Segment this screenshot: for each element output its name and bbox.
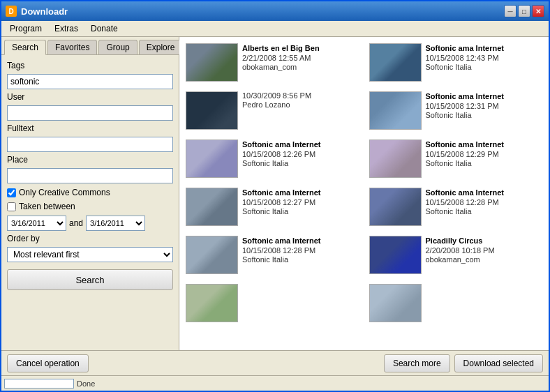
search-more-button[interactable]: Search more xyxy=(384,354,450,372)
tags-label: Tags xyxy=(7,61,173,70)
photo-date: 10/15/2008 12:29 PM xyxy=(426,150,504,158)
taken-between-checkbox[interactable] xyxy=(7,202,16,211)
photo-info: Alberts en el Big Ben2/21/2008 12:55 AMo… xyxy=(242,43,320,71)
photo-thumbnail xyxy=(369,236,422,274)
maximize-button[interactable]: □ xyxy=(518,5,530,17)
photo-item[interactable] xyxy=(366,280,547,326)
photo-thumbnail xyxy=(369,43,422,82)
date-from-input[interactable]: 3/16/2011 xyxy=(7,216,66,231)
photo-title: Alberts en el Big Ben xyxy=(242,43,320,53)
photo-thumbnail xyxy=(186,43,238,82)
fulltext-label: Fulltext xyxy=(7,123,173,133)
photo-author: Softonic Italia xyxy=(242,255,320,264)
photo-author: obokaman_com xyxy=(242,63,320,71)
and-label: and xyxy=(69,218,83,228)
main-window: D Downloadr ─ □ ✕ Program Extras Donate … xyxy=(0,0,550,392)
photo-date: 10/15/2008 12:28 PM xyxy=(426,198,504,206)
photo-title: Softonic ama Internet xyxy=(426,188,504,197)
photo-item[interactable]: 10/30/2009 8:56 PMPedro Lozano xyxy=(182,88,363,133)
photo-author: Softonic Italia xyxy=(242,207,320,216)
photo-item[interactable]: Softonic ama Internet10/15/2008 12:28 PM… xyxy=(182,232,363,278)
tags-input[interactable] xyxy=(7,74,173,89)
date-to-input[interactable]: 3/16/2011 xyxy=(86,216,145,231)
photo-info: Softonic ama Internet10/15/2008 12:28 PM… xyxy=(242,236,320,264)
photo-item[interactable]: Softonic ama Internet10/15/2008 12:26 PM… xyxy=(182,136,363,181)
photo-info: Softonic ama Internet10/15/2008 12:31 PM… xyxy=(426,91,504,119)
taken-between-label: Taken between xyxy=(19,202,75,211)
photo-info: Softonic ama Internet10/15/2008 12:27 PM… xyxy=(242,188,320,216)
menu-bar: Program Extras Donate xyxy=(1,21,549,37)
place-input[interactable] xyxy=(7,168,173,183)
user-input[interactable] xyxy=(7,105,173,121)
status-bar: Done xyxy=(1,375,549,391)
photo-info: Softonic ama Internet10/15/2008 12:28 PM… xyxy=(426,188,504,216)
photo-title: Softonic ama Internet xyxy=(426,43,504,53)
photo-item[interactable]: Softonic ama Internet10/15/2008 12:28 PM… xyxy=(366,184,547,229)
photo-thumbnail xyxy=(186,236,238,274)
minimize-button[interactable]: ─ xyxy=(504,5,516,17)
photo-date: 2/20/2008 10:18 PM xyxy=(426,246,495,255)
status-text: Done xyxy=(77,379,95,388)
photo-item[interactable]: Softonic ama Internet10/15/2008 12:29 PM… xyxy=(366,136,547,181)
tab-explore[interactable]: Explore xyxy=(139,40,183,54)
window-controls: ─ □ ✕ xyxy=(504,5,544,17)
photo-item[interactable]: Softonic ama Internet10/15/2008 12:27 PM… xyxy=(182,184,363,229)
photo-info: Softonic ama Internet10/15/2008 12:29 PM… xyxy=(426,140,504,167)
window-title: Downloadr xyxy=(21,6,504,17)
photo-item[interactable] xyxy=(182,280,363,326)
photo-item[interactable]: Picadilly Circus2/20/2008 10:18 PMobokam… xyxy=(366,232,547,278)
close-button[interactable]: ✕ xyxy=(532,5,544,17)
fulltext-input[interactable] xyxy=(7,137,173,152)
photo-thumbnail xyxy=(186,188,238,226)
app-icon-letter: D xyxy=(8,8,13,15)
right-panel: Alberts en el Big Ben2/21/2008 12:55 AMo… xyxy=(179,37,549,350)
photo-info: Softonic ama Internet10/15/2008 12:26 PM… xyxy=(242,140,320,167)
tab-search[interactable]: Search xyxy=(4,40,46,55)
download-selected-button[interactable]: Download selected xyxy=(454,354,543,372)
photo-info: Picadilly Circus2/20/2008 10:18 PMobokam… xyxy=(426,236,495,264)
photo-date: 10/15/2008 12:31 PM xyxy=(426,102,504,110)
photo-thumbnail xyxy=(369,91,422,130)
photo-item[interactable]: Alberts en el Big Ben2/21/2008 12:55 AMo… xyxy=(182,40,363,85)
photo-title: Softonic ama Internet xyxy=(426,91,504,101)
title-bar: D Downloadr ─ □ ✕ xyxy=(1,1,549,21)
photo-item[interactable]: Softonic ama Internet10/15/2008 12:31 PM… xyxy=(366,88,547,133)
photo-thumbnail xyxy=(369,284,422,322)
photo-date: 2/21/2008 12:55 AM xyxy=(242,54,320,62)
photo-date: 10/15/2008 12:27 PM xyxy=(242,198,320,206)
only-cc-checkbox[interactable] xyxy=(7,188,16,197)
photo-author: Softonic Italia xyxy=(426,207,504,216)
photo-info: 10/30/2009 8:56 PMPedro Lozano xyxy=(242,91,311,109)
photo-title: Softonic ama Internet xyxy=(242,188,320,197)
bottom-right-buttons: Search more Download selected xyxy=(384,354,543,372)
photo-grid-container[interactable]: Alberts en el Big Ben2/21/2008 12:55 AMo… xyxy=(179,37,549,350)
main-content: Search Favorites Group Explore Set Tags … xyxy=(1,37,549,350)
photo-author: Pedro Lozano xyxy=(242,100,311,109)
tab-favorites[interactable]: Favorites xyxy=(47,40,97,54)
photo-info: Softonic ama Internet10/15/2008 12:43 PM… xyxy=(426,43,504,71)
tab-bar: Search Favorites Group Explore Set xyxy=(1,37,179,55)
order-select[interactable]: Most relevant first Most recent first Mo… xyxy=(7,247,173,262)
photo-author: Softonic Italia xyxy=(426,111,504,119)
place-label: Place xyxy=(7,155,173,165)
photo-author: Softonic Italia xyxy=(426,159,504,167)
menu-extras[interactable]: Extras xyxy=(49,22,84,35)
menu-program[interactable]: Program xyxy=(4,22,47,35)
search-panel: Tags User Fulltext Place Only Creative C… xyxy=(1,55,179,296)
photo-date: 10/15/2008 12:26 PM xyxy=(242,150,320,158)
photo-author: obokaman_com xyxy=(426,255,495,264)
photo-thumbnail xyxy=(369,140,422,178)
cancel-button[interactable]: Cancel operation xyxy=(7,354,89,372)
photo-title: Picadilly Circus xyxy=(426,236,495,246)
menu-donate[interactable]: Donate xyxy=(85,22,124,35)
photo-title: Softonic ama Internet xyxy=(426,140,504,149)
photo-date: 10/15/2008 12:28 PM xyxy=(242,246,320,255)
photo-title: Softonic ama Internet xyxy=(242,236,320,246)
photo-item[interactable]: Softonic ama Internet10/15/2008 12:43 PM… xyxy=(366,40,547,85)
tab-group[interactable]: Group xyxy=(98,40,137,54)
search-button[interactable]: Search xyxy=(7,269,173,290)
photo-thumbnail xyxy=(186,284,238,322)
only-cc-label: Only Creative Commons xyxy=(19,188,110,197)
photo-thumbnail xyxy=(186,140,238,178)
app-icon: D xyxy=(6,6,17,17)
